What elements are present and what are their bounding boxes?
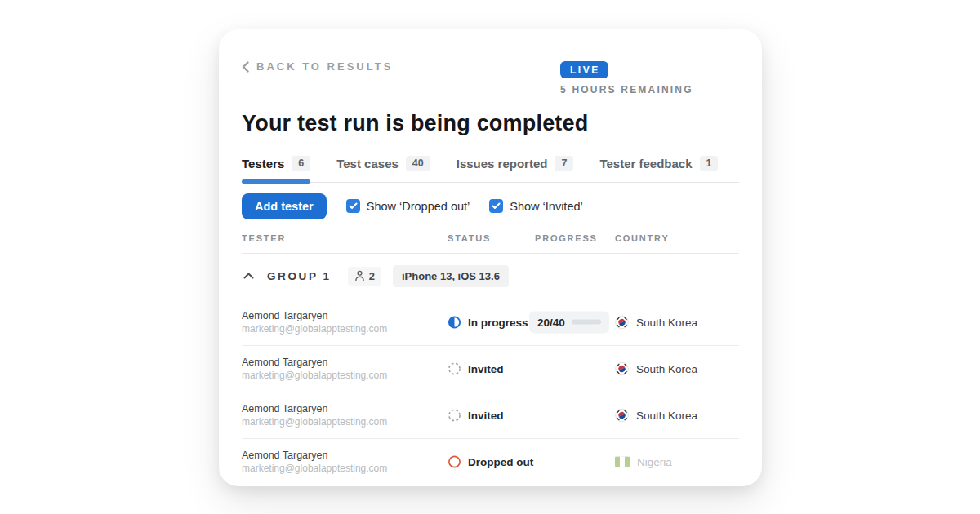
tester-name: Aemond Targaryen: [242, 310, 387, 321]
status-label: Invited: [468, 362, 504, 374]
chevron-up-icon: [243, 273, 254, 279]
show-dropped-out-checkbox[interactable]: Show ‘Dropped out’: [346, 199, 470, 213]
tab-count-badge: 40: [406, 156, 430, 171]
tester-cell: Aemond Targaryen marketing@globalapptest…: [242, 450, 387, 474]
dropped-out-icon: [448, 454, 461, 468]
south-korea-flag-icon: [615, 315, 629, 329]
tester-name: Aemond Targaryen: [242, 357, 387, 368]
nigeria-flag-icon: [615, 456, 630, 467]
column-header-tester: TESTER: [242, 233, 286, 243]
partially-visible-row: [242, 485, 739, 487]
country-cell: Nigeria: [615, 455, 672, 467]
status-label: Dropped out: [468, 455, 533, 467]
tester-email: marketing@globalapptesting.com: [242, 370, 387, 381]
member-count: 2: [369, 270, 375, 282]
test-run-card: BACK TO RESULTS LIVE 5 HOURS REMAINING Y…: [219, 29, 762, 486]
table-row: Aemond Targaryen marketing@globalapptest…: [242, 392, 739, 439]
tab-count-badge: 6: [292, 156, 310, 171]
group-name: GROUP 1: [267, 270, 332, 282]
country-label: South Korea: [636, 362, 697, 374]
south-korea-flag-icon: [615, 361, 629, 375]
tester-email: marketing@globalapptesting.com: [242, 463, 387, 474]
column-header-status: STATUS: [448, 233, 491, 243]
chevron-left-icon: [242, 61, 249, 73]
back-label: BACK TO RESULTS: [256, 60, 393, 73]
table-row: Aemond Targaryen marketing@globalapptest…: [242, 439, 739, 485]
tabs: Testers 6 Test cases 40 Issues reported …: [242, 156, 739, 183]
country-label: Nigeria: [637, 455, 672, 467]
table-row: Aemond Targaryen marketing@globalapptest…: [242, 299, 739, 346]
live-status: LIVE 5 HOURS REMAINING: [560, 61, 693, 95]
add-tester-button[interactable]: Add tester: [242, 193, 327, 219]
tab-tester-feedback[interactable]: Tester feedback 1: [599, 156, 718, 182]
progress-value: 20/40: [537, 316, 565, 328]
checkbox-checked-icon: [489, 199, 503, 213]
group-header-row: GROUP 1 2 iPhone 13, iOS 13.6: [242, 254, 739, 299]
show-invited-checkbox[interactable]: Show ‘Invited’: [489, 199, 582, 213]
tab-test-cases[interactable]: Test cases 40: [336, 156, 430, 182]
tester-name: Aemond Targaryen: [242, 450, 387, 461]
status-cell: In progress: [448, 315, 528, 329]
tab-issues-reported[interactable]: Issues reported 7: [457, 156, 574, 182]
card-header: BACK TO RESULTS LIVE 5 HOURS REMAINING: [242, 59, 739, 96]
tab-count-badge: 7: [555, 156, 573, 171]
checkbox-label: Show ‘Dropped out’: [367, 200, 470, 213]
device-badge: iPhone 13, iOS 13.6: [393, 265, 509, 287]
collapse-group-button[interactable]: [242, 269, 256, 282]
person-icon: [354, 270, 365, 281]
table-row: Aemond Targaryen marketing@globalapptest…: [242, 346, 739, 392]
tab-count-badge: 1: [700, 156, 719, 171]
tab-label: Test cases: [336, 157, 399, 171]
page-title: Your test run is being completed: [242, 111, 739, 136]
tab-testers[interactable]: Testers 6: [242, 156, 310, 182]
live-badge: LIVE: [560, 61, 608, 78]
invited-icon: [448, 408, 461, 422]
status-cell: Invited: [448, 361, 504, 375]
tester-email: marketing@globalapptesting.com: [242, 323, 387, 335]
south-korea-flag-icon: [615, 408, 629, 422]
country-label: South Korea: [636, 316, 697, 328]
status-label: In progress: [468, 316, 528, 328]
tab-label: Tester feedback: [599, 157, 692, 171]
in-progress-icon: [448, 315, 461, 329]
tester-cell: Aemond Targaryen marketing@globalapptest…: [242, 357, 387, 381]
back-to-results-link[interactable]: BACK TO RESULTS: [242, 60, 393, 73]
time-remaining: 5 HOURS REMAINING: [560, 84, 693, 95]
country-cell: South Korea: [615, 361, 697, 375]
status-cell: Dropped out: [448, 454, 533, 468]
table-header-row: TESTER STATUS PROGRESS COUNTRY: [242, 226, 739, 254]
status-cell: Invited: [448, 408, 504, 422]
tester-cell: Aemond Targaryen marketing@globalapptest…: [242, 310, 387, 335]
checkbox-label: Show ‘Invited’: [510, 200, 582, 213]
country-label: South Korea: [636, 409, 697, 421]
tester-email: marketing@globalapptesting.com: [242, 416, 387, 428]
country-cell: South Korea: [615, 315, 697, 329]
country-cell: South Korea: [615, 408, 697, 422]
checkbox-checked-icon: [346, 199, 360, 213]
status-label: Invited: [468, 409, 504, 421]
column-header-progress: PROGRESS: [535, 233, 598, 243]
column-header-country: COUNTRY: [615, 233, 670, 243]
tab-label: Testers: [242, 157, 284, 171]
table-controls: Add tester Show ‘Dropped out’ Show ‘Invi…: [242, 193, 739, 219]
progress-cell: 20/40: [529, 311, 609, 333]
page-background: BACK TO RESULTS LIVE 5 HOURS REMAINING Y…: [0, 0, 980, 514]
tester-cell: Aemond Targaryen marketing@globalapptest…: [242, 403, 387, 428]
tab-label: Issues reported: [457, 157, 548, 171]
tester-name: Aemond Targaryen: [242, 403, 387, 414]
progress-badge: 20/40: [529, 311, 609, 333]
invited-icon: [448, 361, 461, 375]
progress-bar: [572, 320, 601, 325]
group-member-count: 2: [348, 267, 381, 286]
